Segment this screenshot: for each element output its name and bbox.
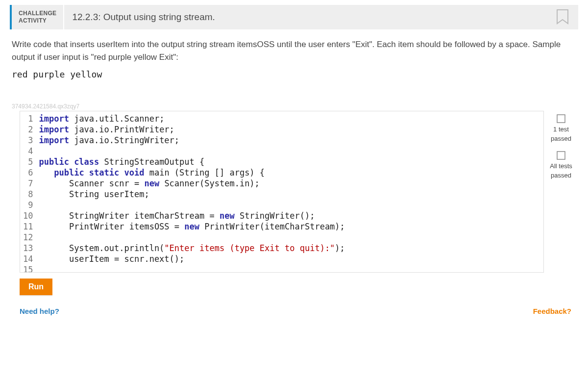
code-line[interactable]: PrintWriter itemsOSS = new PrintWriter(i…	[39, 221, 344, 232]
code-line[interactable]: public class StringStreamOutput {	[39, 156, 344, 167]
line-number: 11	[23, 221, 33, 232]
svg-rect-0	[557, 115, 565, 123]
badge-line-2: ACTIVITY	[19, 17, 56, 25]
need-help-link[interactable]: Need help?	[20, 307, 59, 315]
watermark-id: 374934.2421584.qx3zqy7	[0, 97, 588, 111]
line-number: 15	[23, 264, 33, 273]
challenge-badge: CHALLENGE ACTIVITY	[12, 5, 64, 29]
code-line[interactable]: Scanner scnr = new Scanner(System.in);	[39, 178, 344, 189]
sample-output: red purple yellow	[0, 66, 588, 97]
code-line[interactable]	[39, 264, 344, 273]
code-line[interactable]: import java.util.Scanner;	[39, 113, 344, 124]
status-line: passed	[551, 172, 571, 179]
status-line: passed	[551, 135, 571, 143]
instructions-text: Write code that inserts userItem into th…	[0, 29, 588, 66]
code-content[interactable]: import java.util.Scanner;import java.io.…	[38, 111, 348, 273]
line-number: 10	[23, 210, 33, 221]
code-line[interactable]: System.out.println("Enter items (type Ex…	[39, 243, 344, 254]
line-number: 9	[23, 200, 33, 210]
line-number: 14	[23, 254, 33, 264]
line-number: 7	[23, 178, 33, 189]
line-number: 6	[23, 167, 33, 178]
line-number: 8	[23, 189, 33, 200]
code-line[interactable]: String userItem;	[39, 189, 344, 200]
line-number-gutter: 123456789101112131415	[20, 111, 38, 273]
bookmark-icon	[556, 9, 569, 25]
code-editor[interactable]: 123456789101112131415 import java.util.S…	[20, 111, 544, 273]
code-line[interactable]: import java.io.StringWriter;	[39, 135, 344, 146]
code-line[interactable]	[39, 232, 344, 243]
line-number: 2	[23, 124, 33, 135]
code-line[interactable]: public static void main (String [] args)…	[39, 167, 344, 178]
code-line[interactable]: userItem = scnr.next();	[39, 254, 344, 264]
checkbox-icon	[556, 114, 566, 124]
line-number: 13	[23, 243, 33, 254]
status-line: All tests	[550, 162, 572, 170]
code-line[interactable]: StringWriter itemCharStream = new String…	[39, 210, 344, 221]
bookmark-button[interactable]	[553, 5, 578, 29]
checkbox-icon	[556, 151, 566, 160]
svg-rect-1	[557, 152, 565, 159]
code-line[interactable]	[39, 146, 344, 156]
status-line: 1 test	[553, 126, 569, 133]
line-number: 5	[23, 156, 33, 167]
run-button[interactable]: Run	[20, 279, 52, 295]
status-one-test: 1 test passed	[551, 114, 571, 143]
feedback-link[interactable]: Feedback?	[533, 307, 571, 315]
challenge-header: CHALLENGE ACTIVITY 12.2.3: Output using …	[10, 5, 578, 29]
code-line[interactable]: import java.io.PrintWriter;	[39, 124, 344, 135]
line-number: 12	[23, 232, 33, 243]
line-number: 4	[23, 146, 33, 156]
line-number: 3	[23, 135, 33, 146]
challenge-title: 12.2.3: Output using string stream.	[64, 5, 553, 29]
status-all-tests: All tests passed	[550, 151, 572, 179]
line-number: 1	[23, 113, 33, 124]
badge-line-1: CHALLENGE	[19, 10, 56, 17]
code-line[interactable]	[39, 200, 344, 210]
test-status-column: 1 test passed All tests passed	[544, 111, 578, 179]
